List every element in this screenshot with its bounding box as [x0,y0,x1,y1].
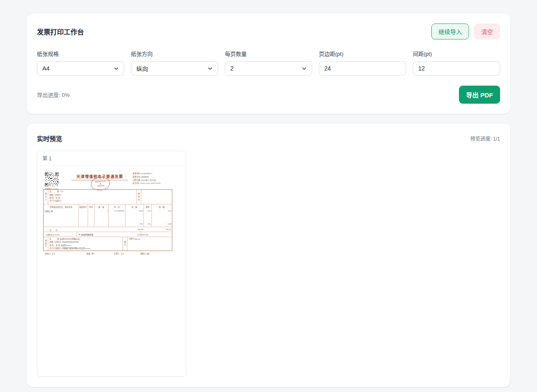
gap-label: 间距(pt) [413,50,500,57]
invoice-title-area: 天津增值税电子普通发票 国家税务总局 ★ 发票监制 [67,171,133,189]
invoice-header-left: 机器编号: 1123123 [43,171,67,189]
buyer-taxid-line: 纳税人识别号: [50,193,135,196]
invoice-checkcode-line: 校 验 码: 55555 55555 55555 55555 [133,182,172,185]
item-amount: -2.92 [125,222,143,227]
invoice-checkcode-value: 55555 55555 55555 55555 [140,182,160,184]
page-label: 第 1 [37,151,186,165]
continue-import-button[interactable]: 继续导入 [431,24,469,39]
invoice-code-line: 发票代码: 011001900111 [133,172,172,175]
totals-label: 合 计 [50,228,58,231]
gap-field: 间距(pt) [413,50,500,76]
sum-row: 价税合计(大写) ⊗ 伍拾叁圆肆角 (小写)¥53.40 [44,232,172,237]
seller-bank-line: 开户行及账号: 中国银行股份有限公司天津xxxxxx [50,247,121,250]
buyer-name-label: 名 称: [50,191,60,193]
spacer-cell [125,213,143,222]
payee: 收款人: 王X [45,252,87,255]
per-page-field: 每页数量 2 [225,50,312,76]
invoice-checkcode-label: 校 验 码: [133,182,140,184]
item-name: *其他工具 [44,209,79,214]
item-unit [88,222,94,227]
invoice-footer: 收款人: 王X 复核: 李X 开票人: 王X 销售方:(章) [43,251,172,255]
spacer-cell [144,213,152,222]
seller-address-value: 天津市xxxxx [61,244,71,246]
settings-form: 纸张规格 A4 纸张方向 纵向 每页数量 2 页边距(pt) 间距(pt [37,50,500,76]
seller-taxid-value: 000000000000000000 [62,241,79,243]
item-taxrate: 13% [144,209,152,214]
spacer-cell [88,213,94,222]
preview-progress: 预览进度: 1/1 [470,135,500,142]
workbench-header: 发票打印工作台 继续导入 清空 [37,24,500,39]
totals-tax: ¥6.14 [166,228,171,231]
col-header-name: 货物或应税劳务、服务名称 [44,204,79,209]
password-side-label: 密码区 [136,190,141,204]
spacer-cell [79,213,88,222]
reviewer: 复核: 李X [86,252,114,255]
per-page-label: 每页数量 [225,50,312,57]
invoice-header: 机器编号: 1123123 天津增值税电子普通发票 国家税务总局 ★ 发票监制 [43,171,172,189]
col-header-taxrate: 税率 [144,204,152,209]
header-actions: 继续导入 清空 [431,24,500,39]
invoice-date-line: 开票日期: 2019 年07 月20 日 [133,178,172,182]
invoice-number-value: 08888888 [141,176,149,178]
paper-size-select[interactable]: A4 [37,61,124,76]
col-header-model: 规格型号 [79,204,88,209]
orientation-field: 纸张方向 纵向 [131,50,218,76]
buyer-name-line: 名 称: 个人 [50,191,135,193]
chevron-down-icon [114,66,119,71]
invoice-meta: 发票代码: 011001900111 发票号码: 08888888 开票日期: … [133,171,172,189]
item-taxrate: 13% [144,222,152,227]
anti-fake-icon: ⊗ [78,233,80,236]
col-header-amount: 金 额 [125,204,143,209]
sum-capital-text: 伍拾叁圆肆角 [81,233,93,236]
preview-card: 实时预览 预览进度: 1/1 第 1 [27,124,510,387]
seller-taxid-line: 纳税人识别号: 000000000000000000 [50,241,121,244]
paper-size-field: 纸张规格 A4 [37,50,124,76]
invoice-date-value: 2019 年07 月20 日 [141,179,156,181]
orientation-select[interactable]: 纵向 [131,61,218,76]
buyer-address-label: 地 址、电 话: [50,197,60,199]
preview-page-card[interactable]: 第 1 [37,151,186,377]
per-page-select[interactable]: 2 [225,61,312,76]
stamp-text-bottom: 发票监制 [97,184,104,187]
per-page-value: 2 [230,65,234,72]
buyer-info: 名 称: 个人 纳税人识别号: 地 址、电 话: 开户行及账号: [48,190,136,204]
item-price: 16.72666672 [109,209,125,214]
workbench-card: 发票打印工作台 继续导入 清空 纸张规格 A4 纸张方向 纵向 每页数量 2 [27,13,510,114]
password-area [141,190,172,204]
seller-seal: 销售方:(章) [140,252,170,255]
totals-row: 合 计 ¥47.26 ¥6.14 [44,227,172,232]
item-name [44,222,79,227]
export-pdf-button[interactable]: 导出 PDF [459,86,500,104]
item-model [79,222,88,227]
item-qty: 3 [94,209,109,214]
sum-label: 价税合计(大写) [44,232,77,237]
sum-capital: ⊗ 伍拾叁圆肆角 [77,232,137,237]
seller-address-line: 地 址、电 话: 天津市xxxxx [50,244,121,247]
spacer-cell [94,213,109,222]
invoice-document: 机器编号: 1123123 天津增值税电子普通发票 国家税务总局 ★ 发票监制 [43,171,172,255]
gap-input[interactable] [413,61,500,76]
item-amount: 50.18 [125,209,143,214]
margin-input[interactable] [319,61,406,76]
qr-code-icon [45,172,59,186]
item-price [109,222,125,227]
invoice-table: 购买方 名 称: 个人 纳税人识别号: 地 址、电 话: 开户行及账号: 密码区 [43,189,172,251]
buyer-side-label: 购买方 [44,190,48,204]
sum-small: (小写)¥53.40 [137,232,172,237]
seller-info: 名 称: 天津XXXXXX有限公司 纳税人识别号: 00000000000000… [48,237,123,251]
clear-button[interactable]: 清空 [474,24,500,39]
preview-header: 实时预览 预览进度: 1/1 [37,134,500,143]
seller-section: 销售方 名 称: 天津XXXXXX有限公司 纳税人识别号: 0000000000… [44,237,172,251]
item-tax: 6.52 [151,209,172,214]
seller-bank-value: 中国银行股份有限公司天津xxxxxx [62,247,90,249]
drawer: 开票人: 王X [114,252,141,255]
item-qty [94,222,109,227]
buyer-section: 购买方 名 称: 个人 纳税人识别号: 地 址、电 话: 开户行及账号: 密码区 [44,190,172,204]
invoice-number-label: 发票号码: [133,176,141,178]
totals-amount: ¥47.26 [138,228,143,231]
buyer-address-line: 地 址、电 话: [50,196,135,199]
invoice-number-line: 发票号码: 08888888 [133,175,172,179]
seller-taxid-label: 纳税人识别号: [50,241,61,243]
spacer-cell [44,213,79,222]
col-header-price: 单 价 [109,204,125,209]
